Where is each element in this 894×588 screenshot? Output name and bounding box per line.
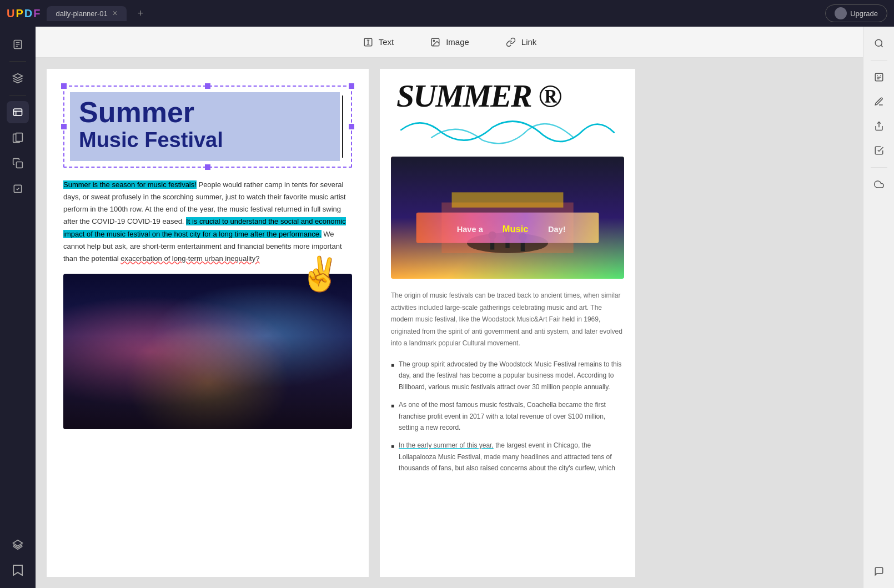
sidebar-item-layers[interactable] [7, 534, 29, 556]
sidebar-item-marker[interactable] [7, 67, 29, 89]
highlighted-sentence: Summer is the season for music festivals… [63, 180, 197, 189]
cloud-icon-btn[interactable] [869, 174, 889, 194]
underlined-text: In the early summer of this year, [399, 441, 494, 449]
svg-text:Have a: Have a [457, 225, 484, 234]
squiggle-text: exacerbation of long-term urban inequali… [120, 254, 259, 263]
festival-image [63, 274, 352, 429]
sidebar-divider-2 [9, 95, 26, 96]
right-sidebar-divider-2 [871, 167, 887, 168]
content-area: Text Image Link [36, 27, 863, 588]
title-text-block: Summer Music Festival [70, 92, 340, 161]
right-page: SUMMER ® [380, 69, 635, 577]
peace-emoji: ✌️ [299, 254, 341, 294]
document-tab[interactable]: daliy-planner-01 ✕ [47, 6, 126, 21]
svg-text:Music: Music [503, 224, 529, 234]
bullet-item-1: ■ The group spirit advocated by the Wood… [391, 359, 624, 393]
title-line1: Summer [79, 97, 331, 128]
app-logo: UPDF [7, 7, 40, 20]
svg-rect-4 [14, 109, 22, 115]
link-label: Link [521, 37, 537, 47]
ocr-icon-btn[interactable] [869, 67, 889, 87]
user-avatar [835, 7, 847, 19]
sidebar-item-bookmark[interactable] [7, 559, 29, 581]
bullet-text-3: In the early summer of this year, the la… [399, 440, 624, 474]
bullet-item-2: ■ As one of the most famous music festiv… [391, 399, 624, 433]
search-icon-btn[interactable] [869, 33, 889, 53]
close-tab-button[interactable]: ✕ [112, 9, 118, 17]
svg-point-14 [433, 40, 434, 41]
link-icon [505, 36, 517, 48]
left-page: Summer Music Festival Summer is the seas… [47, 69, 369, 577]
image-icon [429, 36, 441, 48]
title-selection-box[interactable]: Summer Music Festival [63, 86, 352, 168]
chat-icon-btn[interactable] [869, 561, 889, 581]
cyan-scribble [391, 108, 624, 152]
bullet-list: ■ The group spirit advocated by the Wood… [391, 359, 624, 474]
bullet-text-2: As one of the most famous music festival… [399, 399, 624, 433]
image-container: ✌️ [63, 274, 352, 429]
right-sidebar-divider-1 [871, 60, 887, 61]
sidebar-item-pages[interactable] [7, 127, 29, 149]
image-label: Image [446, 37, 469, 47]
sidebar-divider-1 [9, 61, 26, 62]
sidebar-item-edit[interactable] [7, 101, 29, 123]
title-bar: UPDF daliy-planner-01 ✕ + Upgrade [0, 0, 894, 27]
stage-svg: Have a Music Day! [391, 157, 624, 279]
svg-text:Day!: Day! [548, 225, 566, 234]
svg-rect-8 [16, 133, 23, 142]
upgrade-button[interactable]: Upgrade [825, 4, 887, 22]
toolbar-text-item[interactable]: Text [355, 33, 401, 52]
title-line2: Music Festival [79, 128, 331, 157]
sidebar-item-reader[interactable] [7, 33, 29, 56]
handle-bot-mid[interactable] [205, 164, 210, 170]
sidebar-item-stamp[interactable] [7, 178, 29, 200]
toolbar-image-item[interactable]: Image [423, 33, 476, 52]
right-sidebar [863, 27, 894, 588]
upgrade-label: Upgrade [850, 9, 878, 18]
handle-left-mid[interactable] [61, 124, 67, 129]
handle-top-mid[interactable] [205, 83, 210, 89]
tab-title: daliy-planner-01 [56, 9, 107, 18]
highlighted-impact: It is crucial to understand the social a… [63, 217, 346, 238]
svg-point-28 [875, 39, 882, 46]
body-text-block: Summer is the season for music festivals… [63, 179, 352, 265]
bullet-text-1: The group spirit advocated by the Woodst… [399, 359, 624, 393]
share-icon-btn[interactable] [869, 116, 889, 136]
svg-line-29 [881, 45, 882, 47]
handwritten-summer: SUMMER ® [396, 80, 624, 112]
top-toolbar: Text Image Link [36, 27, 863, 58]
text-icon [362, 36, 374, 48]
check-icon-btn[interactable] [869, 140, 889, 160]
sidebar-item-copy[interactable] [7, 152, 29, 174]
main-area: Text Image Link [0, 27, 894, 588]
toolbar-link-item[interactable]: Link [498, 33, 544, 52]
left-sidebar [0, 27, 36, 588]
add-tab-button[interactable]: + [133, 8, 148, 19]
text-label: Text [379, 37, 394, 47]
concert-image: Have a Music Day! [391, 157, 624, 279]
bullet-item-3: ■ In the early summer of this year, the … [391, 440, 624, 474]
sign-icon-btn[interactable] [869, 92, 889, 112]
pdf-canvas: Summer Music Festival Summer is the seas… [36, 58, 863, 588]
svg-rect-16 [452, 192, 564, 207]
svg-rect-9 [17, 162, 23, 168]
right-header: SUMMER ® [391, 80, 624, 152]
handle-right-mid[interactable] [349, 124, 354, 129]
image-overlay [63, 336, 352, 429]
text-cursor [342, 96, 343, 158]
right-intro-text: The origin of music festivals can be tra… [391, 290, 624, 350]
